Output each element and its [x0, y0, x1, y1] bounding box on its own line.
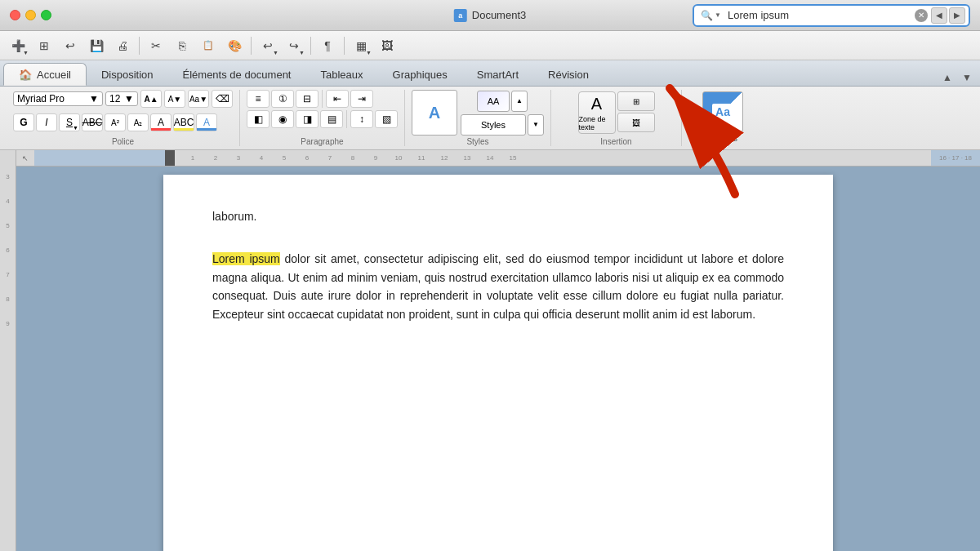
insertion-row1: A Zone de texte ⊞ 🖼 [578, 91, 655, 134]
search-input[interactable] [728, 9, 911, 21]
insert-side-btns: ⊞ 🖼 [617, 91, 655, 134]
list-buttons-row: ≡ ① ⊟ ⇤ ⇥ [247, 90, 373, 108]
traffic-lights [10, 10, 51, 20]
layout-icon: ▦ [356, 39, 367, 52]
page-container[interactable]: laborum. Lorem ipsum dolor sit amet, con… [16, 167, 980, 551]
window-title: Document3 [472, 9, 526, 21]
layout-arrow: ▼ [366, 50, 372, 56]
ruler-corner: ↖ [16, 150, 34, 166]
decrease-indent-button[interactable]: ⇤ [326, 90, 349, 108]
themes-preview-area: Aa Thèmes [702, 91, 743, 143]
subscript-button[interactable]: A₂ [127, 113, 149, 131]
shading-button[interactable]: ▧ [375, 110, 398, 128]
ribbon-group-styles: A AA ▲ Styles ▼ Styles [405, 90, 551, 146]
ruler-num-4: 4 [0, 196, 16, 220]
style-preview-large[interactable]: A [412, 90, 457, 136]
style-aa-icon: AA [488, 96, 500, 106]
tab-elements-label: Éléments de document [183, 69, 292, 81]
style-nav-up[interactable]: ▲ [511, 91, 528, 112]
undo-button[interactable]: ↩ [59, 34, 82, 57]
main-paragraph[interactable]: Lorem ipsum dolor sit amet, consectetur … [212, 250, 784, 323]
justify-button[interactable]: ▤ [320, 110, 343, 128]
close-button[interactable] [10, 10, 20, 20]
cut-icon: ✂ [151, 39, 161, 52]
clear-format-btn[interactable]: ⌫ [212, 90, 233, 108]
new-document-button[interactable]: ➕ ▼ [7, 34, 29, 57]
tab-smartart-label: SmartArt [477, 69, 519, 81]
font-name-select[interactable]: Myriad Pro ▼ [13, 91, 103, 106]
style-aa-button[interactable]: AA [477, 91, 510, 112]
highlight-button[interactable]: ABC [173, 113, 194, 131]
underline-button[interactable]: S ▼ [59, 113, 80, 131]
styles-dropdown[interactable]: Styles [461, 114, 526, 136]
maximize-button[interactable] [41, 10, 51, 20]
search-prev-button[interactable]: ◀ [931, 7, 947, 24]
font-case-btn[interactable]: Aa▼ [188, 90, 209, 108]
align-center-button[interactable]: ◉ [271, 110, 294, 128]
style-nav-down[interactable]: ▼ [528, 114, 544, 136]
tabs-scroll-down[interactable]: ▼ [959, 69, 975, 86]
tab-disposition[interactable]: Disposition [87, 63, 168, 86]
ribbon-group-styles-label: Styles [466, 136, 488, 146]
font-size-select[interactable]: 12 ▼ [105, 91, 138, 106]
increase-indent-button[interactable]: ⇥ [350, 90, 373, 108]
ruler-indent-marker[interactable] [165, 150, 175, 166]
font-size-increase[interactable]: A▲ [140, 90, 162, 108]
bullet-list-button[interactable]: ≡ [247, 90, 270, 108]
insert-table-btn[interactable]: ⊞ [617, 91, 655, 111]
tabs-scroll-up[interactable]: ▲ [939, 69, 956, 86]
tab-graphiques[interactable]: Graphiques [378, 63, 462, 86]
line-spacing-button[interactable]: ↕ [350, 110, 373, 128]
print-button[interactable]: 🖨 [111, 34, 134, 57]
search-icon-btn[interactable]: 🔍 ▼ [697, 10, 724, 21]
toolbar-separator-2 [251, 37, 252, 55]
ruler-track: 1 2 3 4 5 6 7 8 9 10 11 12 13 14 [34, 150, 980, 166]
minimize-button[interactable] [25, 10, 36, 20]
text-top: laborum. [212, 207, 784, 225]
tab-accueil-label: Accueil [37, 69, 71, 81]
list-style-button[interactable]: ⊟ [296, 90, 318, 108]
insert-text-btn[interactable]: A Zone de texte [578, 91, 616, 134]
tab-tableaux[interactable]: Tableaux [305, 63, 377, 86]
document-page: laborum. Lorem ipsum dolor sit amet, con… [163, 175, 833, 551]
insert-media-btn[interactable]: 🖼 [617, 113, 655, 132]
tab-graphiques-label: Graphiques [393, 69, 448, 81]
align-right-button[interactable]: ◨ [296, 110, 318, 128]
align-left-button[interactable]: ◧ [247, 110, 270, 128]
doc-icon: a [454, 9, 467, 22]
undo-icon: ↩ [65, 39, 75, 52]
insertion-buttons: A Zone de texte ⊞ 🖼 [578, 91, 655, 134]
save-icon: 💾 [90, 39, 104, 52]
bold-button[interactable]: G [13, 113, 34, 131]
copy-button[interactable]: ⎘ [171, 34, 194, 57]
view-button[interactable]: ⊞ [33, 34, 56, 57]
cut-button[interactable]: ✂ [145, 34, 167, 57]
tab-revision[interactable]: Révision [533, 63, 604, 86]
text-effect-button[interactable]: A [196, 113, 217, 131]
italic-button[interactable]: I [36, 113, 57, 131]
search-dropdown-icon: ▼ [715, 11, 721, 19]
paste-button[interactable]: 📋 [197, 34, 220, 57]
layout-button[interactable]: ▦ ▼ [350, 34, 372, 57]
tab-smartart[interactable]: SmartArt [462, 63, 533, 86]
redo-button[interactable]: ↪ ▼ [283, 34, 305, 57]
font-color-button[interactable]: A [150, 113, 172, 131]
tab-elements[interactable]: Éléments de document [168, 63, 306, 86]
undo2-button[interactable]: ↩ ▼ [256, 34, 279, 57]
format-painter-button[interactable]: 🎨 [223, 34, 246, 57]
strikethrough-button[interactable]: ABC [82, 113, 103, 131]
font-name-arrow: ▼ [89, 93, 99, 104]
font-size-decrease[interactable]: A▼ [164, 90, 185, 108]
insert-text-icon: A [591, 95, 602, 113]
numbered-list-button[interactable]: ① [271, 90, 294, 108]
superscript-button[interactable]: A² [105, 113, 126, 131]
media-button[interactable]: 🖼 [376, 34, 399, 57]
search-next-button[interactable]: ▶ [949, 7, 965, 24]
save-button[interactable]: 💾 [85, 34, 108, 57]
search-box[interactable]: 🔍 ▼ ✕ ◀ ▶ [693, 4, 970, 27]
search-clear-button[interactable]: ✕ [915, 9, 928, 22]
top-ruler: ↖ 1 2 3 4 5 6 7 8 9 10 [16, 150, 980, 167]
paragraph-marks-button[interactable]: ¶ [316, 34, 339, 57]
tab-accueil[interactable]: 🏠 Accueil [3, 63, 87, 86]
theme-preview[interactable]: Aa [702, 91, 743, 132]
